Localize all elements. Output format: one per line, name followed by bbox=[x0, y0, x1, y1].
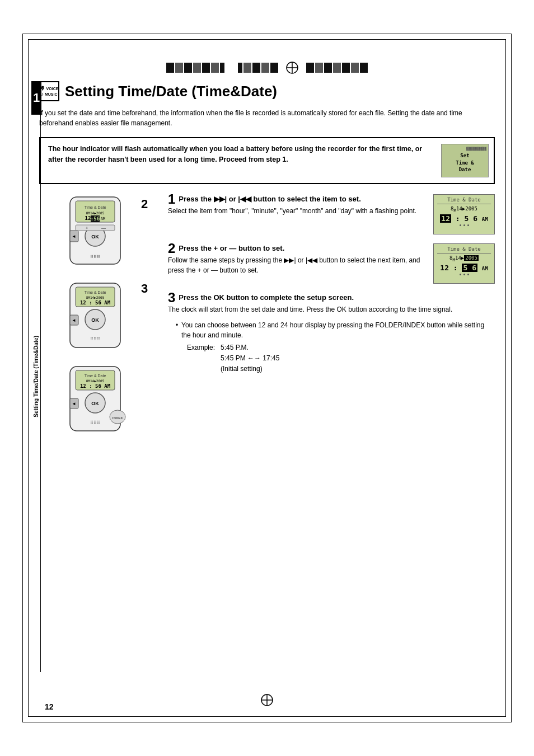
lcd-ampm-1: AM bbox=[482, 217, 488, 222]
lcd-screen-1: Time & Date 8M14▶2005 12 : 5 6 AM bbox=[433, 194, 495, 234]
center-crosshair bbox=[284, 62, 301, 74]
step-2-text: 2 Press the + or — button to set. Follow… bbox=[168, 243, 427, 275]
lcd-dots-1 bbox=[437, 224, 491, 226]
step-2-title-row: 2 Press the + or — button to set. bbox=[168, 243, 427, 255]
lcd-dots-2 bbox=[437, 274, 491, 275]
svg-text:AM: AM bbox=[101, 217, 105, 221]
main-content: 🎙 VOICE ♪ MUSIC Setting Time/Date (Time&… bbox=[39, 81, 495, 438]
lcd-time-1: 12 : 5 6 AM bbox=[437, 214, 491, 223]
warning-screen: ▓▓▓▓▓▓▓▓▓▓ SetTime &Date bbox=[441, 144, 486, 177]
lcd-screen-2: Time & Date 8M14▶2005 12 : 5 6 AM bbox=[433, 243, 495, 284]
svg-text:◄: ◄ bbox=[72, 401, 76, 406]
page-number: 12 bbox=[45, 702, 54, 711]
step-3-title: Press the OK button to complete the setu… bbox=[179, 293, 354, 302]
svg-text:12: 12 bbox=[85, 215, 91, 221]
devices-column: Time & Date 8M14▶2005 12 :56 AM OK ◄ + — bbox=[39, 194, 157, 438]
svg-text:+: + bbox=[86, 226, 88, 231]
svg-text:Time & Date: Time & Date bbox=[85, 290, 106, 294]
music-icon: ♪ MUSIC bbox=[41, 91, 57, 97]
intro-text: If you set the date and time beforehand,… bbox=[39, 108, 495, 128]
step-1-title: Press the ▶▶| or |◀◀ button to select th… bbox=[179, 195, 360, 203]
page-border-left bbox=[22, 34, 23, 722]
step-1-number: 1 bbox=[168, 192, 175, 206]
lcd-ampm-2: AM bbox=[482, 266, 488, 271]
svg-text:—: — bbox=[101, 226, 106, 231]
step-1-screen: Time & Date 8M14▶2005 12 : 5 6 AM bbox=[433, 194, 495, 234]
lcd-colon-1: : 5 6 bbox=[456, 214, 477, 223]
svg-text::56: :56 bbox=[91, 216, 100, 222]
svg-text:⠿⠿⠿: ⠿⠿⠿ bbox=[90, 337, 100, 342]
example-line-1: 5:45 P.M. bbox=[221, 344, 249, 351]
step-2-screen: Time & Date 8M14▶2005 12 : 5 6 AM bbox=[433, 243, 495, 284]
example-line-2: 5:45 PM ←→ 17:45 bbox=[187, 354, 279, 362]
lcd-title-2: Time & Date bbox=[437, 246, 491, 253]
steps-column: 1 Press the ▶▶| or |◀◀ button to select … bbox=[168, 194, 495, 438]
inner-border-right bbox=[505, 39, 506, 717]
chapter-number: 1 bbox=[33, 91, 40, 105]
step-2-number: 2 bbox=[168, 242, 175, 255]
title-icon: 🎙 VOICE ♪ MUSIC bbox=[39, 81, 59, 101]
page-title: Setting Time/Date (Time&Date) bbox=[65, 83, 277, 100]
bullet-item: You can choose between 12 and 24 hour di… bbox=[176, 320, 495, 340]
step-3-number: 3 bbox=[168, 291, 175, 304]
svg-text:Time & Date: Time & Date bbox=[85, 374, 106, 378]
svg-text:◄: ◄ bbox=[72, 234, 76, 239]
bullet-section: You can choose between 12 and 24 hour di… bbox=[168, 320, 495, 375]
svg-text:8M14▶2005: 8M14▶2005 bbox=[86, 211, 105, 215]
example-line-3: (Initial setting) bbox=[187, 365, 263, 373]
warning-box: The hour indicator will flash automatica… bbox=[39, 137, 495, 184]
svg-text:⠿⠿⠿: ⠿⠿⠿ bbox=[90, 420, 100, 425]
voice-icon: 🎙 VOICE bbox=[40, 86, 59, 91]
step-1-title-row: 1 Press the ▶▶| or |◀◀ button to select … bbox=[168, 194, 427, 206]
bottom-crosshair bbox=[260, 693, 274, 708]
svg-text:2: 2 bbox=[141, 197, 148, 211]
step-2: 2 Press the + or — button to set. Follow… bbox=[168, 243, 495, 284]
svg-text:⠿⠿⠿: ⠿⠿⠿ bbox=[90, 255, 100, 260]
svg-text:8M14▶2005: 8M14▶2005 bbox=[86, 379, 105, 383]
svg-rect-15 bbox=[76, 225, 115, 231]
lcd-title-1: Time & Date bbox=[437, 197, 491, 204]
svg-text:OK: OK bbox=[91, 317, 99, 323]
lcd-hour-2: 12 : bbox=[440, 264, 462, 272]
page-border-top bbox=[22, 34, 512, 34]
device-image-1: Time & Date 8M14▶2005 12 :56 AM OK ◄ + — bbox=[39, 194, 157, 271]
svg-text:OK: OK bbox=[91, 401, 99, 406]
svg-text:12 : 56 AM: 12 : 56 AM bbox=[80, 383, 111, 389]
device-image-3: Time & Date 8M14▶2005 12 : 56 AM OK ◄ IN… bbox=[39, 364, 157, 438]
example-text: Example: 5:45 P.M. 5:45 PM ←→ 17:45 (Ini… bbox=[176, 342, 495, 375]
page-border-bottom bbox=[22, 722, 512, 722]
svg-text:12 : 56 AM: 12 : 56 AM bbox=[80, 300, 111, 306]
step-1-text: 1 Press the ▶▶| or |◀◀ button to select … bbox=[168, 194, 427, 216]
lcd-date-1: 8M14▶2005 bbox=[437, 206, 491, 213]
svg-text:◄: ◄ bbox=[72, 318, 76, 323]
inner-border-top bbox=[28, 39, 506, 40]
steps-area: Time & Date 8M14▶2005 12 :56 AM OK ◄ + — bbox=[39, 194, 495, 438]
step-3-body: The clock will start from the set date a… bbox=[168, 304, 495, 314]
header-bar bbox=[31, 62, 503, 74]
lcd-highlight-2: 5 6 bbox=[462, 264, 477, 272]
checker-left bbox=[166, 63, 278, 73]
lcd-date-2: 8M14▶2005 bbox=[437, 255, 491, 262]
svg-text:OK: OK bbox=[91, 234, 99, 240]
svg-text:Time & Date: Time & Date bbox=[85, 205, 106, 209]
step-1: 1 Press the ▶▶| or |◀◀ button to select … bbox=[168, 194, 495, 234]
step-3-title-row: 3 Press the OK button to complete the se… bbox=[168, 293, 495, 304]
inner-border-left bbox=[28, 39, 29, 717]
chapter-box: 1 bbox=[31, 81, 41, 115]
page-border-right bbox=[511, 34, 512, 722]
title-section: 🎙 VOICE ♪ MUSIC Setting Time/Date (Time&… bbox=[39, 81, 495, 101]
step-2-body: Follow the same steps by pressing the ▶▶… bbox=[168, 255, 427, 275]
lcd-time-2: 12 : 5 6 AM bbox=[437, 264, 491, 272]
inner-border-bottom bbox=[28, 716, 506, 717]
svg-text:3: 3 bbox=[141, 281, 148, 295]
step-3: 3 Press the OK button to complete the se… bbox=[168, 293, 495, 375]
lcd-highlight-1: 12 bbox=[440, 214, 451, 223]
step-2-title: Press the + or — button to set. bbox=[179, 244, 284, 252]
warning-text: The hour indicator will flash automatica… bbox=[48, 144, 441, 165]
step-2-content: 2 Press the + or — button to set. Follow… bbox=[168, 243, 495, 284]
step-1-body: Select the item from "hour", "minute", "… bbox=[168, 206, 427, 216]
sidebar-tab-label: Setting Time/Date (Time&Date) bbox=[33, 336, 39, 417]
example-label: Example: bbox=[187, 344, 219, 351]
step-1-content: 1 Press the ▶▶| or |◀◀ button to select … bbox=[168, 194, 495, 234]
svg-text:INDEX: INDEX bbox=[113, 416, 123, 420]
